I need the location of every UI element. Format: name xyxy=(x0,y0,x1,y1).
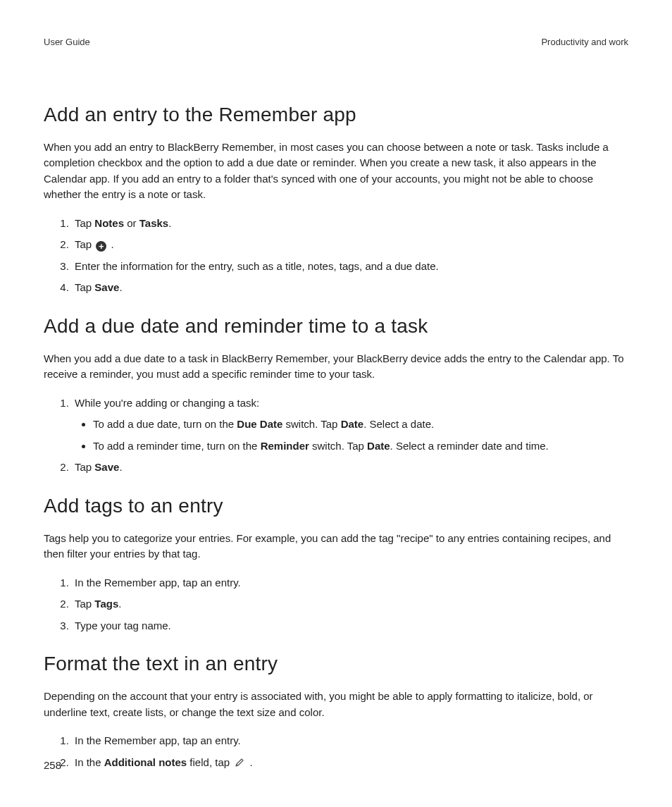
heading-due-date: Add a due date and reminder time to a ta… xyxy=(44,312,628,341)
text: Tap xyxy=(75,281,94,293)
format-step-1: In the Remember app, tap an entry. xyxy=(72,733,628,749)
due-date-sublist: To add a due date, turn on the Due Date … xyxy=(75,417,628,454)
bold-additional-notes: Additional notes xyxy=(104,756,187,768)
bold-reminder: Reminder xyxy=(261,440,309,452)
text: In the xyxy=(75,756,104,768)
add-entry-step-4: Tap Save. xyxy=(72,280,628,296)
bold-notes: Notes xyxy=(94,217,124,229)
pen-icon xyxy=(234,757,245,773)
steps-add-entry: Tap Notes or Tasks. Tap + . Enter the in… xyxy=(44,216,628,296)
heading-add-entry: Add an entry to the Remember app xyxy=(44,100,628,130)
text: Tap xyxy=(75,461,94,473)
header-left: User Guide xyxy=(44,35,90,49)
page: User Guide Productivity and work Add an … xyxy=(0,0,672,807)
text: Tap xyxy=(75,217,94,229)
due-date-step-1: While you're adding or changing a task: … xyxy=(72,395,628,455)
text: . xyxy=(108,238,113,250)
bold-due-date: Due Date xyxy=(237,418,282,430)
text: . xyxy=(118,598,121,610)
heading-format: Format the text in an entry xyxy=(44,649,628,679)
add-entry-step-2: Tap + . xyxy=(72,237,628,253)
text: switch. Tap xyxy=(309,440,367,452)
text: . xyxy=(119,281,122,293)
tags-step-1: In the Remember app, tap an entry. xyxy=(72,575,628,591)
para-tags-intro: Tags help you to categorize your entries… xyxy=(44,531,628,562)
para-format-intro: Depending on the account that your entry… xyxy=(44,689,628,720)
steps-tags: In the Remember app, tap an entry. Tap T… xyxy=(44,575,628,634)
tags-step-3: Type your tag name. xyxy=(72,618,628,634)
page-header: User Guide Productivity and work xyxy=(44,35,628,49)
text: To add a due date, turn on the xyxy=(93,418,237,430)
text: or xyxy=(124,217,139,229)
bold-tags: Tags xyxy=(94,598,118,610)
format-step-2: In the Additional notes field, tap . xyxy=(72,755,628,773)
text: . Select a reminder date and time. xyxy=(390,440,549,452)
heading-tags: Add tags to an entry xyxy=(44,491,628,521)
text: Tap xyxy=(75,598,94,610)
text: . Select a date. xyxy=(363,418,434,430)
due-date-bullet-2: To add a reminder time, turn on the Remi… xyxy=(93,438,628,455)
page-number: 258 xyxy=(44,758,61,774)
text: Tap xyxy=(75,238,94,250)
text: . xyxy=(119,461,122,473)
para-add-entry-intro: When you add an entry to BlackBerry Reme… xyxy=(44,140,628,203)
text: . xyxy=(247,756,252,768)
bold-save: Save xyxy=(94,461,119,473)
tags-step-2: Tap Tags. xyxy=(72,596,628,612)
text: To add a reminder time, turn on the xyxy=(93,440,261,452)
para-due-date-intro: When you add a due date to a task in Bla… xyxy=(44,351,628,383)
steps-format: In the Remember app, tap an entry. In th… xyxy=(44,733,628,772)
bold-tasks: Tasks xyxy=(139,217,168,229)
text: field, tap xyxy=(187,756,232,768)
due-date-step-2: Tap Save. xyxy=(72,460,628,476)
text: . xyxy=(168,217,171,229)
due-date-bullet-1: To add a due date, turn on the Due Date … xyxy=(93,417,628,433)
steps-due-date: While you're adding or changing a task: … xyxy=(44,395,628,476)
add-entry-step-1: Tap Notes or Tasks. xyxy=(72,216,628,232)
plus-icon: + xyxy=(96,241,106,252)
text: While you're adding or changing a task: xyxy=(75,397,259,409)
add-entry-step-3: Enter the information for the entry, suc… xyxy=(72,259,628,275)
header-right: Productivity and work xyxy=(541,35,628,49)
text: switch. Tap xyxy=(282,418,340,430)
bold-date: Date xyxy=(341,418,364,430)
bold-date: Date xyxy=(367,440,390,452)
bold-save: Save xyxy=(94,281,119,293)
